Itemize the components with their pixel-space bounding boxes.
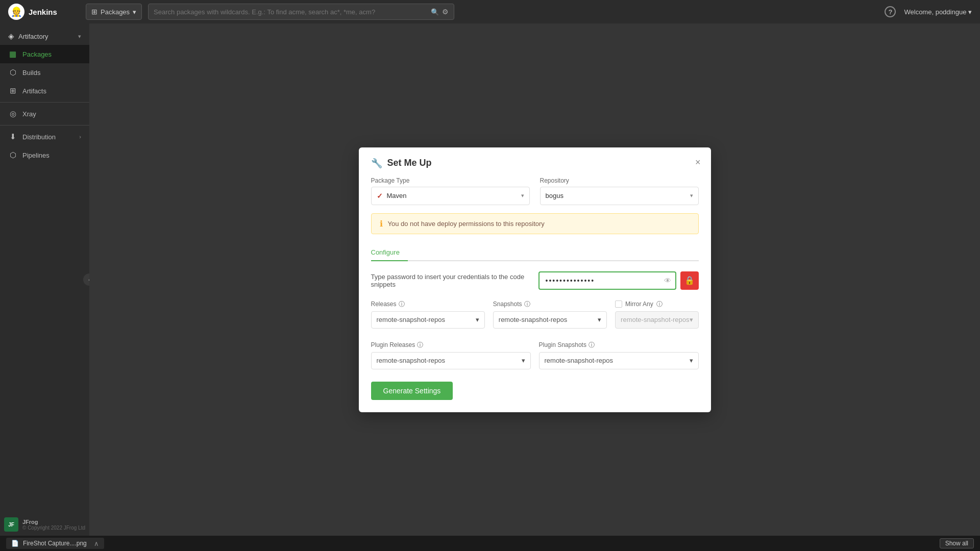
tab-configure[interactable]: Configure <box>371 244 408 261</box>
chevron-down-icon: ▾ <box>598 316 601 323</box>
jfrog-logo: JF <box>4 517 18 532</box>
sidebar-item-label: Artifacts <box>22 87 46 95</box>
main-content: 🔧 Set Me Up × Package Type ✓ Maven <box>89 23 980 536</box>
plugin-snapshots-select[interactable]: remote-snapshot-repos ▾ <box>539 352 699 369</box>
mirror-any-info-icon: ⓘ <box>656 300 663 309</box>
jfrog-footer: JF JFrog © Copyright 2022 JFrog Ltd <box>4 517 85 532</box>
sidebar-item-xray[interactable]: ◎ Xray <box>0 105 89 123</box>
sidebar-item-builds[interactable]: ⬡ Builds <box>0 63 89 82</box>
bottom-bar: 📄 FireShot Capture....png ∧ Show all <box>0 536 980 551</box>
search-icon[interactable]: 🔍 <box>431 8 439 16</box>
package-type-label: Package Type <box>371 177 530 184</box>
chevron-down-icon: ▾ <box>476 316 479 323</box>
bottom-bar-file-item[interactable]: 📄 FireShot Capture....png ∧ <box>6 538 104 549</box>
sidebar-item-label: Distribution <box>22 133 56 141</box>
topbar: 👷 Jenkins ⊞ Packages ▾ 🔍 ⚙ ? Welcome, po… <box>0 0 980 23</box>
sidebar-section-artifactory[interactable]: ◈ Artifactory ▾ <box>0 28 89 45</box>
modal-overlay: 🔧 Set Me Up × Package Type ✓ Maven <box>89 23 980 536</box>
jenkins-icon: 👷 <box>8 4 24 20</box>
app-name: Jenkins <box>29 8 57 16</box>
password-row: Type password to insert your credentials… <box>371 271 699 290</box>
chevron-down-icon: ▾ <box>133 8 136 16</box>
show-all-button[interactable]: Show all <box>940 538 974 548</box>
mirror-any-value: remote-snapshot-repos <box>621 316 689 323</box>
packages-icon: ▦ <box>8 49 17 59</box>
artifactory-label: Artifactory <box>18 33 48 40</box>
package-type-select[interactable]: ✓ Maven ▾ <box>371 187 530 205</box>
maven-icon: ✓ <box>377 192 383 200</box>
snapshots-info-icon: ⓘ <box>524 300 530 309</box>
plugin-releases-value: remote-snapshot-repos <box>377 357 445 364</box>
modal-close-button[interactable]: × <box>693 156 703 169</box>
warning-text: You do not have deploy permissions to th… <box>388 220 545 228</box>
sidebar-item-pipelines[interactable]: ⬡ Pipelines <box>0 146 89 164</box>
chevron-down-icon: ▾ <box>690 192 693 199</box>
mirror-any-select[interactable]: remote-snapshot-repos ▾ <box>615 311 698 329</box>
help-icon[interactable]: ? <box>885 6 896 17</box>
chevron-down-icon: ▾ <box>690 357 693 364</box>
settings-grid-row2: Plugin Releases ⓘ remote-snapshot-repos … <box>371 341 699 369</box>
lock-button[interactable]: 🔒 <box>680 271 699 290</box>
package-type-selector[interactable]: ⊞ Packages ▾ <box>86 4 142 20</box>
chevron-down-icon: ▾ <box>78 33 81 40</box>
repository-select[interactable]: bogus ▾ <box>540 187 699 205</box>
mirror-any-checkbox[interactable] <box>615 300 622 308</box>
sidebar-item-label: Xray <box>22 110 36 118</box>
sidebar-item-label: Packages <box>22 51 52 58</box>
settings-grid-row1: Releases ⓘ remote-snapshot-repos ▾ Snaps… <box>371 300 699 329</box>
form-row-pkg-repo: Package Type ✓ Maven ▾ Repository bog <box>371 177 699 205</box>
grid-icon: ⊞ <box>91 8 97 16</box>
pipelines-icon: ⬡ <box>8 151 17 160</box>
distribution-icon: ⬇ <box>8 132 17 141</box>
releases-value: remote-snapshot-repos <box>377 316 445 323</box>
repository-value: bogus <box>546 192 564 199</box>
mirror-any-group: Mirror Any ⓘ remote-snapshot-repos ▾ <box>615 300 698 329</box>
sidebar-item-artifacts[interactable]: ⊞ Artifacts <box>0 82 89 100</box>
repository-label: Repository <box>540 177 699 184</box>
file-close-btn[interactable]: ∧ <box>94 540 99 547</box>
releases-select[interactable]: remote-snapshot-repos ▾ <box>371 311 485 329</box>
sidebar-item-distribution[interactable]: ⬇ Distribution › <box>0 128 89 146</box>
modal-header: 🔧 Set Me Up × <box>359 147 711 177</box>
file-icon: 📄 <box>11 540 19 547</box>
warning-banner: ℹ You do not have deploy permissions to … <box>371 213 699 234</box>
xray-icon: ◎ <box>8 109 17 118</box>
artifactory-icon: ◈ <box>8 32 14 41</box>
filter-icon[interactable]: ⚙ <box>442 8 449 16</box>
search-input[interactable] <box>154 8 428 16</box>
plugin-snapshots-label: Plugin Snapshots <box>539 341 586 348</box>
search-bar[interactable]: 🔍 ⚙ <box>148 4 454 20</box>
artifacts-icon: ⊞ <box>8 86 17 95</box>
package-type-group: Package Type ✓ Maven ▾ <box>371 177 530 205</box>
welcome-text[interactable]: Welcome, poddingue ▾ <box>904 8 972 16</box>
repository-group: Repository bogus ▾ <box>540 177 699 205</box>
info-icon: ℹ <box>380 219 383 229</box>
sidebar-item-packages[interactable]: ▦ Packages <box>0 45 89 63</box>
eye-icon[interactable]: 👁 <box>664 277 671 285</box>
password-label: Type password to insert your credentials… <box>371 273 534 288</box>
plugin-snapshots-group: Plugin Snapshots ⓘ remote-snapshot-repos… <box>539 341 699 369</box>
sidebar-divider-2 <box>0 125 89 126</box>
snapshots-label: Snapshots <box>493 300 522 308</box>
app-logo[interactable]: 👷 Jenkins <box>8 4 80 20</box>
builds-icon: ⬡ <box>8 68 17 77</box>
plugin-snapshots-info-icon: ⓘ <box>589 341 595 349</box>
modal-tabs: Configure <box>371 244 699 261</box>
chevron-down-icon: ▾ <box>521 192 524 199</box>
sidebar-item-label: Builds <box>22 69 40 77</box>
package-type-value: Maven <box>387 192 407 199</box>
chevron-down-icon: ▾ <box>690 316 693 323</box>
plugin-snapshots-value: remote-snapshot-repos <box>545 357 613 364</box>
password-input[interactable] <box>538 271 676 290</box>
plugin-releases-info-icon: ⓘ <box>417 341 423 349</box>
file-name: FireShot Capture....png <box>23 540 87 547</box>
mirror-any-label: Mirror Any <box>625 300 653 308</box>
jfrog-copyright: © Copyright 2022 JFrog Ltd <box>22 525 85 531</box>
plugin-releases-label: Plugin Releases <box>371 341 415 348</box>
snapshots-select[interactable]: remote-snapshot-repos ▾ <box>493 311 607 329</box>
topbar-right: ? Welcome, poddingue ▾ <box>885 6 972 17</box>
generate-settings-button[interactable]: Generate Settings <box>371 382 453 400</box>
plugin-releases-select[interactable]: remote-snapshot-repos ▾ <box>371 352 531 369</box>
releases-group: Releases ⓘ remote-snapshot-repos ▾ <box>371 300 485 329</box>
releases-info-icon: ⓘ <box>399 300 405 309</box>
